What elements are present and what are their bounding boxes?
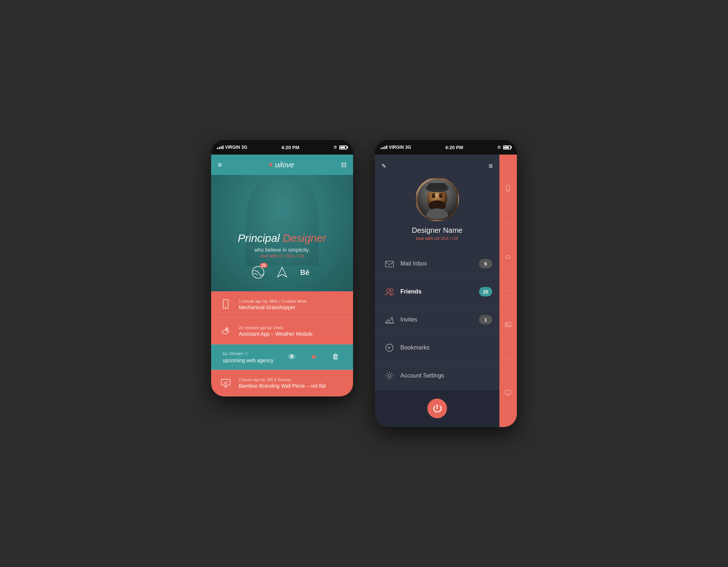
svg-point-12 bbox=[432, 194, 435, 198]
invites-icon bbox=[385, 315, 394, 324]
settings-icon bbox=[385, 371, 394, 380]
hero-title-plain: Principal bbox=[238, 232, 280, 244]
swipe-actions: 👁 ♥ 🗑 bbox=[281, 352, 347, 362]
briefcase-icon[interactable]: ⊟ bbox=[341, 161, 347, 169]
svg-point-4 bbox=[225, 307, 226, 308]
social-arrivals[interactable] bbox=[276, 266, 289, 280]
menu-label-mail: Mail Inbox bbox=[400, 260, 479, 267]
friends-icon bbox=[385, 287, 394, 296]
feed-item-1[interactable]: 1 minute ago by: Mike | Creative Mints M… bbox=[211, 291, 353, 318]
behance-icon: Bē bbox=[300, 266, 313, 279]
feed-icon-cloud bbox=[218, 323, 234, 339]
bookmarks-icon-wrap bbox=[382, 340, 397, 355]
status-bar-1: VIRGIN 3G 4:20 PM ⏱ bbox=[211, 140, 353, 155]
logo-text: uilove bbox=[275, 161, 294, 169]
battery-icon-2 bbox=[503, 145, 511, 149]
menu-item-settings[interactable]: Account Settings bbox=[375, 362, 499, 390]
strip-item-phone bbox=[499, 155, 517, 223]
clock-icon: ⏱ bbox=[333, 145, 337, 149]
feed-list: 1 minute ago by: Mike | Creative Mints M… bbox=[211, 291, 353, 396]
invites-badge: 1 bbox=[479, 315, 492, 324]
svg-point-13 bbox=[439, 194, 443, 198]
sidebar-menu: Mail Inbox 5 Frien bbox=[375, 250, 499, 390]
svg-point-18 bbox=[387, 289, 390, 292]
status-bar-2: VIRGIN 3G 4:20 PM ⏱ bbox=[375, 140, 517, 155]
strip-item-monitor bbox=[499, 359, 517, 427]
phone-screen-2: VIRGIN 3G 4:20 PM ⏱ ✎ ≡ bbox=[375, 140, 517, 427]
network-label-2: 3G bbox=[405, 145, 411, 150]
svg-rect-17 bbox=[385, 261, 393, 267]
signal-bar-4 bbox=[222, 145, 223, 149]
feed-item-4[interactable]: 2 hours ago by: Bill S Kenney Bamboo Bra… bbox=[211, 370, 353, 396]
feed-item-text-2: 21 minutes ago by: Dash Assistant App – … bbox=[239, 326, 347, 337]
avatar-svg bbox=[417, 179, 457, 219]
hamburger-icon-2[interactable]: ≡ bbox=[488, 162, 493, 170]
feed-meta-3: by: Ghulam ヅ bbox=[223, 351, 281, 356]
menu-label-bookmarks: Bookmarks bbox=[400, 344, 492, 351]
mail-icon bbox=[385, 259, 394, 268]
hero-text: Principal Designer who believe in simpli… bbox=[238, 232, 326, 259]
strip-image-icon bbox=[505, 321, 512, 328]
social-behance[interactable]: Bē bbox=[300, 266, 313, 280]
settings-icon-wrap bbox=[382, 368, 397, 383]
menu-item-bookmarks[interactable]: Bookmarks bbox=[375, 334, 499, 362]
profile-header: ✎ ≡ bbox=[375, 155, 499, 250]
menu-item-invites[interactable]: Invites 1 bbox=[375, 306, 499, 334]
signal-bar2-2 bbox=[383, 147, 384, 149]
signal-bar-2 bbox=[219, 147, 220, 149]
friends-icon-wrap bbox=[382, 284, 397, 299]
signal-bar-3 bbox=[221, 146, 222, 149]
hamburger-icon[interactable]: ≡ bbox=[218, 161, 222, 169]
view-button[interactable]: 👁 bbox=[281, 352, 303, 362]
time-label-2: 4:20 PM bbox=[445, 145, 463, 150]
clock-icon-2: ⏱ bbox=[497, 145, 501, 149]
profile-bottom bbox=[375, 390, 499, 427]
dribbble-badge: 21 bbox=[260, 263, 268, 268]
mail-icon-wrap bbox=[382, 256, 397, 271]
social-dribbble[interactable]: 21 bbox=[252, 266, 265, 280]
like-button[interactable]: ♥ bbox=[303, 352, 325, 362]
svg-rect-31 bbox=[505, 390, 511, 394]
hero-tagline: love with UI / GUI / UX bbox=[238, 253, 326, 259]
feed-item-text-4: 2 hours ago by: Bill S Kenney Bamboo Bra… bbox=[239, 378, 347, 389]
phone-screen-1: VIRGIN 3G 4:20 PM ⏱ ≡ ♥ uilove ⊟ bbox=[211, 140, 353, 396]
signal-bar2-4 bbox=[386, 145, 387, 149]
svg-marker-20 bbox=[385, 317, 393, 323]
feed-item-2[interactable]: 21 minutes ago by: Dash Assistant App – … bbox=[211, 318, 353, 344]
screens-container: VIRGIN 3G 4:20 PM ⏱ ≡ ♥ uilove ⊟ bbox=[211, 140, 517, 427]
menu-label-settings: Account Settings bbox=[400, 372, 492, 379]
feed-meta-1: 1 minute ago by: Mike | Creative Mints bbox=[239, 299, 347, 303]
carrier-label-2: VIRGIN bbox=[389, 145, 404, 150]
delete-button[interactable]: 🗑 bbox=[325, 352, 347, 361]
strip-phone-icon bbox=[505, 185, 512, 192]
menu-item-mail[interactable]: Mail Inbox 5 bbox=[375, 250, 499, 278]
dribbble-icon bbox=[252, 266, 265, 279]
feed-item-text-1: 1 minute ago by: Mike | Creative Mints M… bbox=[239, 299, 347, 310]
carrier-label: VIRGIN bbox=[225, 145, 240, 150]
hero-title-highlight: Designer bbox=[283, 232, 327, 244]
network-label: 3G bbox=[241, 145, 247, 150]
signal-bar2-3 bbox=[384, 146, 385, 149]
feed-item-text-3: by: Ghulam ヅ upcoming web agency bbox=[223, 351, 281, 363]
avatar bbox=[415, 177, 459, 221]
app-logo: ♥ uilove bbox=[269, 161, 294, 169]
monitor-icon bbox=[220, 378, 231, 388]
signal-bars bbox=[217, 145, 223, 149]
menu-item-friends[interactable]: Friends 25 bbox=[375, 278, 499, 306]
logout-button[interactable] bbox=[427, 399, 447, 418]
signal-bars-2 bbox=[381, 145, 387, 149]
social-icons: 21 Bē bbox=[252, 266, 313, 280]
cloud-sun-icon bbox=[220, 326, 231, 336]
feed-title-1: Mechanical Grasshopper bbox=[239, 304, 347, 310]
svg-point-6 bbox=[222, 330, 228, 334]
feed-title-2: Assistant App – Weather Module bbox=[239, 331, 347, 337]
status-left-1: VIRGIN 3G bbox=[217, 145, 247, 150]
strip-cloud-icon bbox=[505, 253, 512, 260]
svg-marker-24 bbox=[436, 404, 438, 406]
feed-icon-phone bbox=[218, 296, 234, 312]
status-left-2: VIRGIN 3G bbox=[381, 145, 411, 150]
edit-icon[interactable]: ✎ bbox=[381, 163, 386, 169]
profile-tagline: love with UI/ GUI / UX bbox=[416, 236, 459, 241]
time-label: 4:20 PM bbox=[281, 145, 299, 150]
feed-item-3[interactable]: by: Ghulam ヅ upcoming web agency 👁 ♥ 🗑 bbox=[211, 344, 353, 370]
